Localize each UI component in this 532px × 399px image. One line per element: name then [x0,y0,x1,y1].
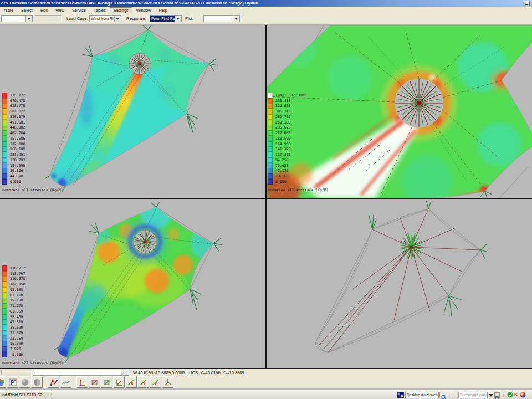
response-combobox[interactable]: Form Find Respon [150,15,182,22]
legend-value: 491.681 [10,120,25,125]
legend-row: 625.775 [2,104,63,109]
legend-color-chip [2,146,7,152]
chevron-down-icon[interactable] [233,16,239,22]
viewport-top-left[interactable]: 715.172670.473625.775581.077536.379491.6… [0,25,265,198]
viewport-top-right[interactable]: (max) :377.000353.438329.875306.313282.7… [267,25,532,198]
menu-item-window[interactable]: Window [132,7,155,13]
legend-row: 306.313 [268,109,329,114]
node-edit-icon[interactable] [48,376,59,388]
legend-color-chip [2,130,7,136]
search-magnifier-button[interactable] [439,392,448,398]
legend-row: 188.500 [268,136,329,141]
legend-color-chip [268,125,273,130]
chevron-down-icon[interactable] [25,16,32,22]
shade-sphere-icon[interactable] [19,376,30,388]
ucs-view-icon[interactable] [101,376,112,388]
legend-row: 312.888 [2,141,63,147]
ucs-z-icon[interactable]: Z [150,376,161,388]
legend-value: 94.250 [275,158,288,162]
legend-row: 47.125 [268,168,329,174]
ucs-x-icon[interactable]: X [125,376,137,388]
legend-color-chip [2,265,7,271]
legend-row: 79.198 [2,298,63,304]
legend-color-chip [268,168,273,173]
command-input[interactable] [33,370,129,376]
bottom-icon-toolbar: P X Y [0,376,532,388]
legend-color-chip [2,168,7,173]
legend-value: 87.118 [10,293,23,298]
ucs-y-icon[interactable]: Y [137,376,149,388]
legend-row: 353.438 [268,98,329,104]
restore-button[interactable] [494,392,500,398]
input-grip-icon[interactable] [121,371,128,375]
legend-row: 110.878 [2,277,63,282]
tray-orb-icon[interactable] [520,392,526,398]
legend-row: 0.000 [268,179,329,185]
taskbar-app-button[interactable]: ind fRight S11 S11D S2... [0,391,52,398]
triad-icon[interactable] [162,376,173,388]
title-bar[interactable]: ers Thesis\II Semester\Pier\Pier11d-Mem+… [0,0,532,7]
legend-row: 268.189 [2,147,63,152]
menu-item-help[interactable]: Help [155,7,171,13]
tray-collapse-chevrons[interactable]: « [502,392,504,397]
menu-item-view[interactable]: View [52,7,68,13]
search-term-input[interactable]: Suchbegriff einge... [458,392,488,398]
chevron-down-icon[interactable] [175,16,181,22]
load-case-value: Wind from Right [90,16,114,22]
chevron-down-icon[interactable] [114,16,121,22]
legend-value: 0.000 [275,180,287,184]
selection-combobox[interactable] [1,15,33,22]
ucs-plane-icon[interactable] [89,376,100,388]
legend-value: 15.840 [10,341,23,346]
menu-item-create[interactable]: reate [0,7,17,13]
menu-item-settings[interactable]: Settings [110,7,132,13]
plot-combobox[interactable] [203,15,240,22]
stress-legend: 715.172670.473625.775581.077536.379491.6… [2,93,63,192]
radial-cables [319,209,480,352]
load-case-combobox[interactable]: Wind from Right [89,15,121,22]
menu-item-service[interactable]: Service [68,7,90,13]
minimize-button[interactable] [524,1,530,6]
legend-row: 235.625 [268,125,329,131]
legend-value: 306.313 [275,109,290,114]
desktop-search-field[interactable]: Desktop durchsucher [405,392,439,398]
legend-value: 188.500 [275,136,290,141]
legend-row: 117.813 [268,152,329,157]
support-struts [480,191,492,198]
legend-value: 7.920 [10,347,21,351]
legend-color-chip [268,109,273,114]
legend-value: 23.759 [10,336,23,341]
legend-value: 235.625 [275,125,290,130]
svg-text:Z: Z [155,381,158,386]
legend-value: 141.375 [275,147,290,151]
legend-row: 329.875 [268,104,329,109]
viewport-bottom-left[interactable]: 126.717118.797110.878102.95895.03887.118… [0,200,265,368]
legend-row: 63.359 [2,309,63,314]
tray-antivirus-icon[interactable]: K [514,392,518,397]
tray-green-icon[interactable] [507,392,513,398]
legend-value: 259.188 [275,120,290,125]
menu-item-edit[interactable]: Edit [37,7,52,13]
legend-value: 79.198 [10,298,23,303]
palette-icon[interactable] [0,376,6,388]
paint-page-icon[interactable]: P [7,376,18,388]
menu-item-tables[interactable]: Tables [90,7,110,13]
viewport-bottom-right[interactable] [267,200,532,368]
ucs-corner-icon[interactable] [76,376,88,388]
legend-value: 31.679 [10,331,23,335]
desktop-search-icon[interactable] [397,392,404,398]
legend-value: 402.284 [10,131,25,135]
legend-color-chip [2,98,7,104]
legend-row: 259.188 [268,120,329,125]
legend-color-chip [268,130,273,136]
legend-value: 223.491 [10,152,25,157]
chevron-down-icon[interactable] [489,394,493,397]
ring-hub [129,53,150,74]
spline-icon[interactable] [60,376,71,388]
shade-sphere2-icon[interactable] [31,376,43,388]
legend-row: 715.172 [2,93,63,98]
ucs-pick-icon[interactable] [113,376,125,388]
legend-row: 23.759 [2,336,63,341]
wireframe-canvas[interactable] [267,200,532,368]
menu-item-select[interactable]: Select [17,7,37,13]
